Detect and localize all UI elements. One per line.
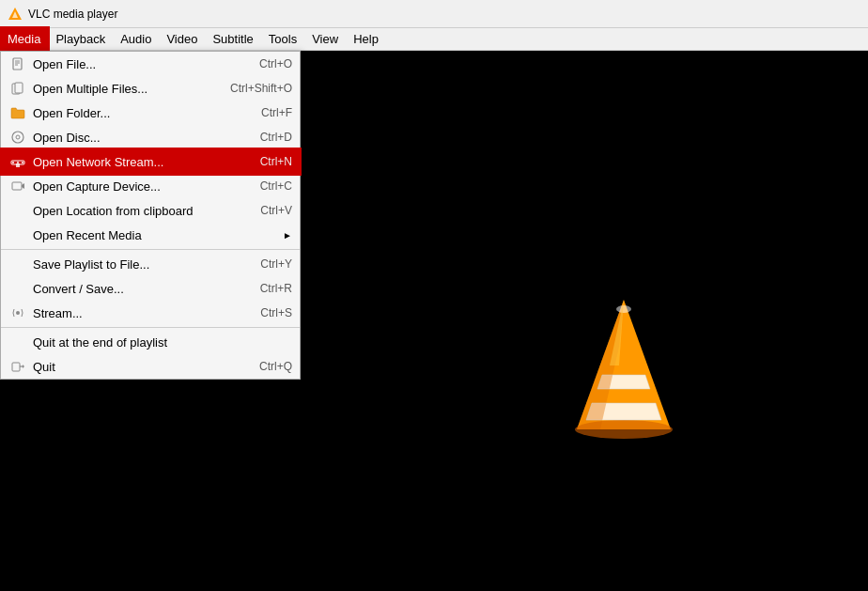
vlc-logo (567, 290, 680, 441)
menu-open-file[interactable]: Open File... Ctrl+O (1, 52, 300, 76)
menu-stream[interactable]: Stream... Ctrl+S (1, 301, 300, 325)
menu-open-clipboard[interactable]: Open Location from clipboard Ctrl+V (1, 198, 300, 223)
menu-tools[interactable]: Tools (261, 28, 304, 50)
svg-rect-2 (13, 58, 22, 70)
media-dropdown: Open File... Ctrl+O Open Multiple Files.… (0, 51, 301, 380)
svg-point-25 (575, 420, 673, 439)
menu-quit[interactable]: Quit Ctrl+Q (1, 354, 300, 379)
menu-open-folder[interactable]: Open Folder... Ctrl+F (1, 101, 300, 125)
menu-playback[interactable]: Playback (48, 28, 113, 50)
menubar: Media Playback Audio Video Subtitle Tool… (0, 28, 868, 51)
svg-point-12 (12, 162, 14, 163)
svg-point-8 (12, 132, 23, 143)
menu-save-playlist[interactable]: Save Playlist to File... Ctrl+Y (1, 252, 300, 276)
window-title: VLC media player (28, 8, 117, 21)
titlebar: VLC media player (0, 0, 868, 28)
svg-point-13 (17, 162, 19, 163)
convert-icon (8, 279, 27, 298)
menu-video[interactable]: Video (159, 28, 205, 50)
menu-media[interactable]: Media (0, 28, 48, 50)
submenu-arrow: ► (283, 230, 292, 241)
menu-help[interactable]: Help (346, 28, 386, 50)
recent-icon (8, 226, 27, 244)
network-icon (8, 152, 27, 171)
menu-open-multiple[interactable]: Open Multiple Files... Ctrl+Shift+O (1, 76, 300, 101)
file-icon (8, 54, 27, 73)
stream-icon (8, 303, 27, 322)
menu-open-network[interactable]: Open Network Stream... Ctrl+N (1, 149, 300, 174)
menu-view[interactable]: View (304, 28, 346, 50)
menu-open-capture[interactable]: Open Capture Device... Ctrl+C (1, 174, 300, 198)
menu-quit-end[interactable]: Quit at the end of playlist (1, 330, 300, 354)
capture-icon (8, 177, 27, 195)
files-icon (8, 79, 27, 98)
menu-open-recent[interactable]: Open Recent Media ► (1, 223, 300, 247)
disc-icon (8, 128, 27, 147)
quit-icon (8, 357, 27, 376)
save-icon (8, 255, 27, 273)
clipboard-icon (8, 201, 27, 220)
svg-point-9 (16, 135, 20, 139)
svg-rect-7 (15, 83, 23, 93)
app-icon (8, 7, 23, 22)
quit-end-icon (8, 333, 27, 351)
svg-rect-15 (12, 182, 22, 190)
folder-icon (8, 103, 27, 122)
menu-audio[interactable]: Audio (113, 28, 159, 50)
svg-rect-18 (12, 363, 20, 371)
svg-point-14 (22, 162, 23, 163)
separator-1 (1, 249, 300, 250)
menu-open-disc[interactable]: Open Disc... Ctrl+D (1, 125, 300, 149)
separator-2 (1, 327, 300, 328)
svg-point-17 (16, 311, 20, 315)
menu-convert[interactable]: Convert / Save... Ctrl+R (1, 276, 300, 301)
menu-subtitle[interactable]: Subtitle (205, 28, 260, 50)
svg-point-26 (616, 305, 631, 313)
svg-marker-20 (23, 365, 24, 368)
